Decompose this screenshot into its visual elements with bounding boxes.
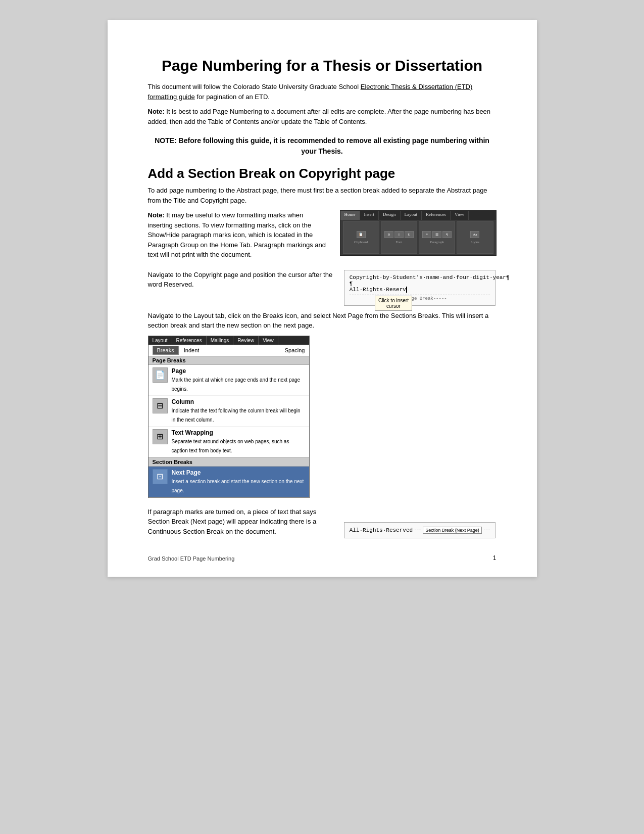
indent-label: Indent xyxy=(184,347,280,353)
clipboard-icon: 📋 xyxy=(357,231,366,238)
list-icon: ☰ xyxy=(432,231,441,238)
bold-note-text: NOTE: Before following this guide, it is… xyxy=(148,135,497,157)
page-break-item[interactable]: 📄 Page Mark the point at which one page … xyxy=(148,365,309,396)
nav-text2: Navigate to the Layout tab, click on the… xyxy=(148,311,497,331)
ribbon-tabs-bar: Home Insert Design Layout References Vie… xyxy=(340,211,496,220)
page-break-icon: 📄 xyxy=(153,367,168,383)
next-page-item[interactable]: ⊡ Next Page Insert a section break and s… xyxy=(148,467,309,497)
paragraph-marks-text: If paragraph marks are turned on, a piec… xyxy=(148,507,333,537)
ribbon-group-styles: Aa Styles xyxy=(457,221,493,254)
breaks-button: Breaks xyxy=(153,346,179,355)
intro-text-before-link: This document will follow the Colorado S… xyxy=(148,83,361,90)
text-wrapping-desc: Separate text around objects on web page… xyxy=(172,439,289,453)
ribbon-group-clipboard: 📋 Clipboard xyxy=(343,221,379,254)
paragraph-label: Paragraph xyxy=(430,240,444,244)
font-icons: B I U xyxy=(384,231,414,238)
ribbon-screenshot: Home Insert Design Layout References Vie… xyxy=(340,210,497,256)
column-break-item[interactable]: ⊟ Column Indicate that the text followin… xyxy=(148,396,309,427)
ribbon-tab-insert: Insert xyxy=(360,211,379,220)
styles-icons: Aa xyxy=(470,231,479,238)
ribbon-screenshot-col: Home Insert Design Layout References Vie… xyxy=(340,210,497,256)
cursor-tooltip-line2: cursor xyxy=(378,303,409,309)
paragraph-marks-section: If paragraph marks are turned on, a piec… xyxy=(148,507,497,542)
page-number: 1 xyxy=(493,554,497,562)
cursor-tooltip: Click to insert cursor xyxy=(375,296,412,311)
next-page-text-block: Next Page Insert a section break and sta… xyxy=(172,469,305,494)
main-title: Page Numbering for a Thesis or Dissertat… xyxy=(148,57,497,75)
note2-paragraph: Note: It may be useful to view formattin… xyxy=(148,210,330,260)
nav-copyright-section: Navigate to the Copyright page and posit… xyxy=(148,270,497,306)
page-item-title: Page xyxy=(172,367,305,375)
page-break-line: -----Page Break----- xyxy=(350,295,490,301)
spacing-label: Spacing xyxy=(285,347,305,353)
intro-text-after-link: for pagination of an ETD. xyxy=(195,93,270,101)
cursor-tooltip-line1: Click to insert xyxy=(378,298,409,303)
underline-icon: U xyxy=(405,231,414,238)
ribbon-tab-references2: References xyxy=(422,211,451,220)
nav-text1-col: Navigate to the Copyright page and posit… xyxy=(148,270,333,295)
dd-tab-mailings: Mailings xyxy=(207,336,234,345)
column-break-text-block: Column Indicate that the text following … xyxy=(172,398,305,424)
paragraph-marks-col: If paragraph marks are turned on, a piec… xyxy=(148,507,333,542)
next-page-desc: Insert a section break and start the new… xyxy=(172,479,304,493)
copyright-mock-col: Copyright·by·Student's·name·and·four·dig… xyxy=(343,270,497,306)
section-break-label: Section Break (Next Page) xyxy=(423,527,482,534)
copyright-line3: All·Rights·Reserv xyxy=(350,287,406,293)
copyright-line1: Copyright·by·Student's·name·and·four·dig… xyxy=(350,274,490,281)
styles-icon: Aa xyxy=(470,231,479,238)
dd-tab-view: View xyxy=(259,336,278,345)
note1-paragraph: Note: It is best to add Page Numbering t… xyxy=(148,107,497,126)
note2-text-col: Note: It may be useful to view formattin… xyxy=(148,210,330,265)
ribbon-tab-design: Design xyxy=(379,211,401,220)
ribbon-group-font: B I U Font xyxy=(381,221,417,254)
font-label: Font xyxy=(395,240,402,244)
section-break-mock-wrapper: All·Rights·Reserved Section Break (Next … xyxy=(344,522,496,538)
dashed-line-left xyxy=(415,530,421,530)
note2-body: It may be useful to view formatting mark… xyxy=(148,211,326,258)
ribbon-body: 📋 Clipboard B I U Font xyxy=(340,220,496,255)
dd-tab-references: References xyxy=(172,336,207,345)
copyright-line3-wrapper: All·Rights·Reserv Click to insert cursor xyxy=(350,287,407,293)
align-icon: ≡ xyxy=(422,231,431,238)
section-break-mock-col: All·Rights·Reserved Section Break (Next … xyxy=(343,507,497,538)
ribbon-group-paragraph: ≡ ☰ ¶ Paragraph xyxy=(419,221,455,254)
footer-label: Grad School ETD Page Numbering xyxy=(148,555,235,562)
note2-label: Note: xyxy=(148,211,167,219)
document-page: Page Numbering for a Thesis or Dissertat… xyxy=(108,20,537,577)
copyright-line2: ¶ xyxy=(350,281,490,287)
page-break-text-block: Page Mark the point at which one page en… xyxy=(172,367,305,393)
column-item-desc: Indicate that the text following the col… xyxy=(172,408,301,423)
cursor-caret xyxy=(406,287,407,293)
text-wrapping-icon: ⊞ xyxy=(153,429,168,444)
showhide-icon: ¶ xyxy=(442,231,452,238)
note1-label: Note: xyxy=(148,108,167,115)
dd-tab-layout: Layout xyxy=(148,336,172,345)
italic-icon: I xyxy=(394,231,404,238)
text-wrapping-title: Text Wrapping xyxy=(172,429,305,436)
clipboard-label: Clipboard xyxy=(354,240,368,244)
section1-body-text: To add page numbering to the Abstract pa… xyxy=(148,186,497,205)
text-wrapping-item[interactable]: ⊞ Text Wrapping Separate text around obj… xyxy=(148,427,309,457)
copyright-mock: Copyright·by·Student's·name·and·four·dig… xyxy=(344,270,496,306)
paragraph-icons: ≡ ☰ ¶ xyxy=(422,231,452,238)
ribbon-tab-view: View xyxy=(451,211,469,220)
page-item-desc: Mark the point at which one page ends an… xyxy=(172,377,301,392)
text-wrapping-text-block: Text Wrapping Separate text around objec… xyxy=(172,429,305,454)
indent-spacing-row: Breaks Indent Spacing xyxy=(148,345,309,356)
column-item-title: Column xyxy=(172,398,305,405)
ribbon-tab-home: Home xyxy=(340,211,360,220)
clipboard-icons: 📋 xyxy=(357,231,366,238)
section1-heading: Add a Section Break on Copyright page xyxy=(148,166,497,181)
next-page-title: Next Page xyxy=(172,469,305,476)
note1-body: It is best to add Page Numbering to a do… xyxy=(148,108,491,125)
bold-icon: B xyxy=(384,231,393,238)
nav-text1: Navigate to the Copyright page and posit… xyxy=(148,270,333,290)
next-page-icon: ⊡ xyxy=(153,469,168,484)
section-breaks-subheader: Section Breaks xyxy=(148,457,309,467)
page-breaks-subheader: Page Breaks xyxy=(148,356,309,365)
bold-note-box: NOTE: Before following this guide, it is… xyxy=(148,135,497,157)
section-break-line-left: All·Rights·Reserved xyxy=(350,527,413,533)
dropdown-ribbon-tabs: Layout References Mailings Review View xyxy=(148,336,309,345)
section-break-mock: All·Rights·Reserved Section Break (Next … xyxy=(344,522,496,538)
breaks-dropdown: Layout References Mailings Review View B… xyxy=(148,336,310,498)
